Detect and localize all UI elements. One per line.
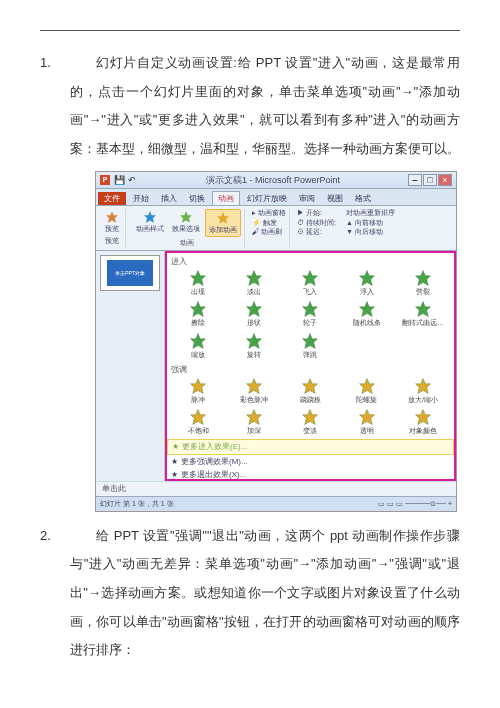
preview-button[interactable]: 预览 xyxy=(102,209,122,234)
gallery-item[interactable]: 飞入 xyxy=(283,269,337,296)
tab-format[interactable]: 格式 xyxy=(350,192,376,206)
app-icon: P xyxy=(100,175,110,185)
qat-undo-icon[interactable]: ↶ xyxy=(128,175,136,186)
more-enter-effects[interactable]: ★ 更多进入效果(E)... xyxy=(167,439,454,455)
gallery-item[interactable]: 轮子 xyxy=(283,300,337,327)
minimize-button[interactable]: ‒ xyxy=(408,174,422,186)
slide-count: 幻灯片 第 1 张，共 1 张 xyxy=(100,500,174,508)
gallery-item[interactable]: 跷跷板 xyxy=(283,377,337,404)
tab-start[interactable]: 开始 xyxy=(128,192,154,206)
svg-marker-6 xyxy=(303,270,318,285)
svg-marker-1 xyxy=(144,212,156,224)
svg-marker-21 xyxy=(415,378,430,393)
gallery-item[interactable]: 浮入 xyxy=(340,269,394,296)
slide-thumbnail-panel: 单击PPT对象 xyxy=(96,251,165,481)
gallery-item[interactable]: 翻转式由远... xyxy=(396,300,450,327)
gallery-item[interactable]: 弹跳 xyxy=(283,332,337,359)
gallery-item[interactable]: 加深 xyxy=(227,408,281,435)
zoom-controls[interactable]: ▭ ▭ ▭ ─────⊙── + xyxy=(378,500,452,508)
svg-marker-14 xyxy=(191,333,206,348)
gallery-item[interactable]: 不饱和 xyxy=(171,408,225,435)
qat-save-icon[interactable]: 💾 xyxy=(114,175,125,186)
watermark: Bai®经验 xyxy=(408,465,450,477)
item2-text: 给 PPT 设置"强调""退出"动画，这两个 ppt 动画制作操作步骤与"进入"… xyxy=(70,522,460,665)
preview-icon xyxy=(105,210,119,224)
ribbon-group-timing: ▶ 开始: ⏱ 持续时间: ⏲ 延迟: xyxy=(294,209,339,247)
enter-grid: 出现淡出飞入浮入劈裂擦除形状轮子随机线条翻转式由远...缩放旋转弹跳 xyxy=(171,269,450,359)
thumb-content: 单击PPT对象 xyxy=(107,260,153,286)
gallery-item[interactable]: 擦除 xyxy=(171,300,225,327)
gallery-item[interactable]: 透明 xyxy=(340,408,394,435)
gallery-item[interactable]: 彩色脉冲 xyxy=(227,377,281,404)
delay-field[interactable]: ⏲ 延迟: xyxy=(297,228,336,236)
gallery-item[interactable]: 淡出 xyxy=(227,269,281,296)
svg-marker-18 xyxy=(247,378,262,393)
workspace: 单击PPT对象 进入 出现淡出飞入浮入劈裂擦除形状轮子随机线条翻转式由远...缩… xyxy=(96,251,456,481)
anim-pane-button[interactable]: ▸ 动画窗格 xyxy=(252,209,286,217)
svg-marker-10 xyxy=(247,302,262,317)
gallery-item[interactable]: 脉冲 xyxy=(171,377,225,404)
add-anim-icon xyxy=(216,211,230,225)
emph-grid: 脉冲彩色脉冲跷跷板陀螺旋放大/缩小不饱和加深变淡透明对象颜色 xyxy=(171,377,450,436)
reorder-label: 对动画重新排序 xyxy=(346,209,395,217)
svg-marker-23 xyxy=(247,409,262,424)
add-animation-button[interactable]: 添加动画 xyxy=(205,209,241,236)
svg-marker-13 xyxy=(415,302,430,317)
svg-marker-25 xyxy=(359,409,374,424)
svg-marker-9 xyxy=(191,302,206,317)
move-forward-button[interactable]: ▲ 向前移动 xyxy=(346,219,395,227)
gallery-item[interactable]: 缩放 xyxy=(171,332,225,359)
gallery-item[interactable]: 陀螺旋 xyxy=(340,377,394,404)
svg-marker-7 xyxy=(359,270,374,285)
tab-file[interactable]: 文件 xyxy=(98,192,126,206)
tab-insert[interactable]: 插入 xyxy=(156,192,182,206)
anim-style-button[interactable]: 动画样式 xyxy=(133,209,167,236)
ribbon-group-reorder: 对动画重新排序 ▲ 向前移动 ▼ 向后移动 xyxy=(343,209,398,247)
group-label-anim: 动画 xyxy=(180,239,194,247)
ppt-screenshot: P 💾 ↶ 演示文稿1 - Microsoft PowerPoint ‒ □ ×… xyxy=(95,171,457,511)
gallery-item[interactable]: 变淡 xyxy=(283,408,337,435)
tab-switch[interactable]: 切换 xyxy=(184,192,210,206)
group-label-preview: 预览 xyxy=(105,237,119,245)
gallery-item[interactable]: 随机线条 xyxy=(340,300,394,327)
tab-review[interactable]: 审阅 xyxy=(294,192,320,206)
svg-marker-17 xyxy=(191,378,206,393)
window-title: 演示文稿1 - Microsoft PowerPoint xyxy=(139,175,407,186)
duration-field[interactable]: ⏱ 持续时间: xyxy=(297,219,336,227)
effect-options-button[interactable]: 效果选项 xyxy=(169,209,203,236)
svg-marker-19 xyxy=(303,378,318,393)
item1-number: 1. xyxy=(40,49,70,163)
top-rule xyxy=(40,30,460,31)
item2-number: 2. xyxy=(40,522,70,665)
slide-thumb-1[interactable]: 单击PPT对象 xyxy=(100,255,160,291)
gallery-item[interactable]: 出现 xyxy=(171,269,225,296)
tab-animation[interactable]: 动画 xyxy=(212,191,240,206)
svg-marker-22 xyxy=(191,409,206,424)
ribbon-tabs: 文件 开始 插入 切换 动画 幻灯片放映 审阅 视图 格式 xyxy=(96,189,456,206)
tab-slideshow[interactable]: 幻灯片放映 xyxy=(242,192,292,206)
svg-marker-15 xyxy=(247,333,262,348)
tab-view[interactable]: 视图 xyxy=(322,192,348,206)
item1-text: 幻灯片自定义动画设置:给 PPT 设置"进入"动画，这是最常用的，点击一个幻灯片… xyxy=(70,49,460,163)
svg-marker-0 xyxy=(106,212,118,224)
star-icon xyxy=(179,210,193,224)
gallery-item[interactable]: 形状 xyxy=(227,300,281,327)
anim-brush-button[interactable]: 🖌 动画刷 xyxy=(252,228,286,236)
svg-marker-2 xyxy=(180,212,192,224)
start-dropdown[interactable]: ▶ 开始: xyxy=(297,209,336,217)
titlebar: P 💾 ↶ 演示文稿1 - Microsoft PowerPoint ‒ □ × xyxy=(96,172,456,189)
list-item-2: 2. 给 PPT 设置"强调""退出"动画，这两个 ppt 动画制作操作步骤与"… xyxy=(40,522,460,665)
animation-gallery: 进入 出现淡出飞入浮入劈裂擦除形状轮子随机线条翻转式由远...缩放旋转弹跳 强调… xyxy=(165,251,456,481)
gallery-item[interactable]: 对象颜色 xyxy=(396,408,450,435)
gallery-item[interactable]: 放大/缩小 xyxy=(396,377,450,404)
ribbon-group-advanced: ▸ 动画窗格 ⚡ 触发 🖌 动画刷 xyxy=(249,209,290,247)
gallery-item[interactable]: 旋转 xyxy=(227,332,281,359)
trigger-button[interactable]: ⚡ 触发 xyxy=(252,219,286,227)
maximize-button[interactable]: □ xyxy=(423,174,437,186)
svg-marker-24 xyxy=(303,409,318,424)
svg-marker-12 xyxy=(359,302,374,317)
move-back-button[interactable]: ▼ 向后移动 xyxy=(346,228,395,236)
svg-marker-3 xyxy=(217,213,229,225)
gallery-item[interactable]: 劈裂 xyxy=(396,269,450,296)
close-button[interactable]: × xyxy=(438,174,452,186)
